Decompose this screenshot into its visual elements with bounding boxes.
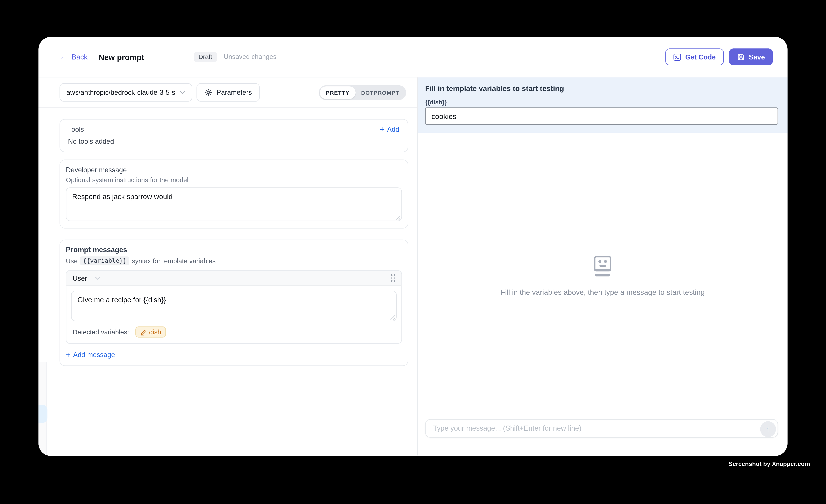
variable-dish-label: {{dish}}	[425, 99, 778, 106]
save-label: Save	[749, 53, 765, 61]
user-message-box: Give me a recipe for {{dish}}	[71, 291, 397, 321]
add-message-button[interactable]: + Add message	[66, 351, 402, 359]
save-button[interactable]: Save	[729, 48, 773, 65]
developer-message-subtitle: Optional system instructions for the mod…	[66, 176, 402, 184]
empty-state: Fill in the variables above, then type a…	[418, 133, 787, 419]
role-select[interactable]: User	[73, 274, 87, 282]
back-button[interactable]: ← Back	[60, 53, 87, 61]
back-label: Back	[72, 53, 87, 61]
back-arrow-icon: ←	[60, 53, 68, 61]
developer-message-input[interactable]: Respond as jack sparrow would	[66, 188, 402, 220]
page-header: ← Back New prompt Draft Unsaved changes …	[39, 37, 787, 77]
toggle-option-pretty[interactable]: PRETTY	[320, 86, 355, 99]
tools-title: Tools	[68, 125, 84, 133]
message-body: Give me a recipe for {{dish}}	[66, 286, 402, 326]
add-tool-label: Add	[387, 125, 399, 133]
model-toolbar: aws/anthropic/bedrock-claude-3-5-s...	[39, 77, 417, 108]
message-role-header: User	[66, 270, 402, 286]
save-icon	[737, 53, 745, 61]
code-icon	[673, 53, 681, 61]
variables-banner: Fill in template variables to start test…	[418, 77, 787, 133]
variable-syntax-chip: {{variable}}	[80, 256, 129, 265]
detected-variables-label: Detected variables:	[73, 328, 129, 336]
variable-badge-label: dish	[149, 328, 161, 336]
message-block: User	[66, 270, 402, 344]
drag-handle-icon[interactable]	[391, 274, 395, 281]
model-select[interactable]: aws/anthropic/bedrock-claude-3-5-s...	[60, 83, 192, 102]
developer-message-card: Developer message Optional system instru…	[60, 160, 408, 229]
message-composer: ↑	[425, 419, 778, 438]
send-arrow-icon: ↑	[766, 425, 770, 433]
variables-banner-title: Fill in template variables to start test…	[425, 84, 778, 93]
add-tool-button[interactable]: + Add	[380, 125, 399, 133]
chevron-down-icon	[180, 90, 185, 94]
get-code-label: Get Code	[685, 53, 716, 61]
prompt-messages-title: Prompt messages	[66, 246, 402, 254]
developer-message-box: Respond as jack sparrow would	[66, 187, 402, 221]
status-badge: Draft	[194, 52, 217, 62]
composer-input[interactable]	[426, 425, 777, 432]
parameters-label: Parameters	[217, 88, 252, 96]
gear-icon	[204, 88, 212, 96]
variable-dish-input[interactable]	[425, 107, 778, 125]
edit-pencil-icon	[140, 329, 146, 335]
editor-panel: aws/anthropic/bedrock-claude-3-5-s...	[39, 77, 418, 455]
plus-icon: +	[66, 351, 71, 359]
subtitle-suffix: syntax for template variables	[132, 257, 216, 265]
watermark-text: Screenshot by Xnapper.com	[728, 461, 810, 467]
composer-area: ↑	[418, 419, 787, 456]
tools-empty-text: No tools added	[68, 137, 399, 145]
variable-badge-dish[interactable]: dish	[135, 326, 166, 337]
bot-face-icon	[594, 256, 611, 276]
page-title: New prompt	[99, 52, 144, 61]
prompt-messages-subtitle: Use {{variable}} syntax for template var…	[66, 256, 402, 265]
get-code-button[interactable]: Get Code	[665, 48, 724, 65]
tools-card: Tools + Add No tools added	[60, 119, 408, 152]
add-message-label: Add message	[73, 351, 115, 359]
clipped-sidebar-selected-item[interactable]	[39, 405, 48, 423]
send-button[interactable]: ↑	[760, 421, 776, 437]
app-window: ← Back New prompt Draft Unsaved changes …	[39, 37, 787, 456]
prompt-messages-card: Prompt messages Use {{variable}} syntax …	[60, 240, 408, 366]
developer-message-title: Developer message	[66, 166, 402, 174]
unsaved-changes-text: Unsaved changes	[224, 53, 277, 60]
model-select-value: aws/anthropic/bedrock-claude-3-5-s...	[66, 88, 176, 96]
toggle-option-dotprompt[interactable]: DOTPROMPT	[355, 86, 405, 99]
empty-state-text: Fill in the variables above, then type a…	[500, 288, 705, 296]
editor-content: Tools + Add No tools added Developer mes…	[39, 108, 408, 366]
detected-variables-row: Detected variables: dish	[66, 326, 402, 343]
plus-icon: +	[380, 125, 385, 133]
chevron-down-icon	[95, 276, 101, 280]
subtitle-prefix: Use	[66, 257, 77, 265]
test-panel: Fill in template variables to start test…	[418, 77, 787, 455]
parameters-button[interactable]: Parameters	[196, 83, 260, 102]
format-toggle: PRETTY DOTPROMPT	[319, 85, 406, 100]
screenshot-stage: ← Back New prompt Draft Unsaved changes …	[0, 0, 826, 504]
user-message-input[interactable]: Give me a recipe for {{dish}}	[72, 291, 396, 321]
